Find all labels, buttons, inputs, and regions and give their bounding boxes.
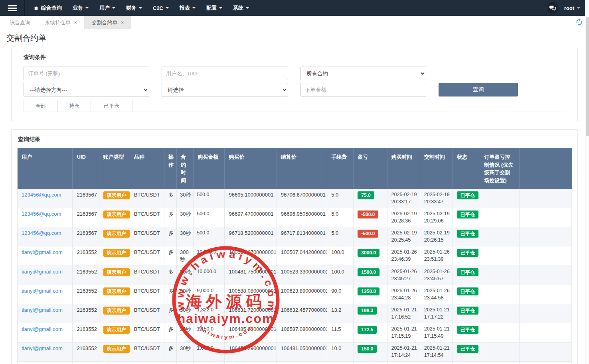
cell-buy-time: 2025-01-2117:15:19 [387, 323, 420, 342]
cell-fee: 13,000.0 [327, 362, 354, 364]
table-row: 123456@qq.com2163567演示用户BTC/USDT多30秒500.… [18, 208, 572, 227]
tab-label: 交割合约单 [91, 19, 117, 26]
cell-control [480, 342, 519, 362]
order-number-input[interactable] [24, 67, 149, 80]
tab-delivery-contracts[interactable]: 交割合约单✕ [84, 16, 131, 29]
nav-item-label: 报表 [180, 4, 190, 12]
col-header-direction: 操作 [164, 148, 177, 189]
cell-uid: 2163552 [73, 304, 99, 323]
nav-item-config[interactable]: 配置 [206, 4, 222, 12]
cell-period: 30秒 [177, 323, 194, 342]
col-header-amount: 购买金额 [194, 148, 225, 189]
user-link[interactable]: tianyi@gmail.com [22, 326, 63, 332]
contract-select[interactable]: 所有合约 [300, 67, 426, 80]
cell-status: 已平仓 [453, 189, 480, 208]
page-scrollbar[interactable] [585, 0, 589, 364]
col-header-status: 状态 [453, 148, 480, 189]
cell-buy-time: 2025-02-1920:28:36 [387, 208, 420, 227]
col-header-uid: UID [73, 148, 99, 189]
user-uid-input[interactable] [162, 67, 288, 80]
status-select[interactable]: 请选择 [162, 83, 288, 96]
cell-extra [519, 323, 571, 342]
messages-button[interactable] [547, 2, 559, 14]
nav-item-users[interactable]: 用户 [99, 4, 115, 12]
user-link[interactable]: tianyi@gmail.com [22, 249, 63, 255]
user-menu[interactable]: root [564, 5, 580, 11]
cell-buy-time: 2025-01-1015:10:49 [387, 362, 420, 364]
status-badge: 已平仓 [457, 326, 478, 334]
cell-extra [519, 227, 571, 246]
user-link[interactable]: 123456@qq.com [22, 211, 61, 217]
cell-uid: 2163552 [73, 246, 99, 266]
table-row: tianyi@gmail.com2163552演示用户BTC/USDT多300秒… [18, 246, 572, 266]
cell-control [480, 304, 519, 323]
status-badge: 已平仓 [457, 249, 478, 257]
user-link[interactable]: tianyi@gmail.com [22, 288, 63, 294]
user-link[interactable]: tianyi@gmail.com [22, 269, 63, 275]
profit-badge: -500.0 [358, 211, 378, 218]
cell-direction: 多 [164, 208, 177, 227]
account-type-badge: 演示用户 [103, 230, 130, 238]
user-link[interactable]: tianyi@gmail.com [22, 307, 63, 313]
tab-overview[interactable]: 综合查询 [2, 16, 38, 29]
cell-period: 30秒 [177, 304, 194, 323]
cell-period: 30秒 [177, 342, 194, 362]
cell-amount: 1,322.0 [194, 304, 225, 323]
account-type-badge: 演示用户 [103, 345, 130, 353]
direction-select[interactable]: ---请选择方向--- [24, 83, 149, 96]
col-header-settle-price: 结算价 [277, 148, 327, 189]
query-panel-title: 查询条件 [24, 54, 565, 61]
cell-account-type: 演示用户 [99, 323, 130, 342]
sidebar-toggle[interactable] [0, 0, 25, 16]
close-icon[interactable]: ✕ [74, 21, 77, 25]
nav-item-system[interactable]: 系统 [233, 4, 249, 12]
cell-fee: 13.2 [327, 304, 354, 323]
cell-user: tianyi@gmail.com [18, 323, 73, 342]
col-header-period: 合约时间 [177, 148, 194, 189]
filter-tab-closed[interactable]: 已平仓 [91, 100, 132, 112]
cell-symbol: BTC/USDT [130, 266, 164, 285]
cell-user: tianyi@gmail.com [18, 342, 73, 362]
nav-item-business[interactable]: 业务 [73, 4, 89, 12]
user-link[interactable]: tianyi@gmail.com [22, 345, 63, 351]
nav-item-label: C2C [153, 5, 163, 11]
cell-control [480, 362, 519, 364]
nav-item-c2c[interactable]: C2C [153, 5, 169, 11]
cell-buy-time: 2025-02-1920:25:45 [387, 227, 420, 246]
cell-fee: 100.0 [327, 246, 354, 266]
nav-item-reports[interactable]: 报表 [180, 4, 196, 12]
filter-tab-all[interactable]: 全部 [24, 100, 58, 112]
account-type-badge: 演示用户 [103, 268, 130, 276]
close-icon[interactable]: ✕ [121, 21, 124, 25]
scrollbar-thumb[interactable] [586, 17, 589, 136]
cell-period: 30秒 [177, 208, 194, 227]
cell-settle-time: 2025-01-2623:45:57 [420, 266, 453, 285]
home-icon [34, 6, 39, 11]
filter-tab-holding[interactable]: 持仓 [58, 100, 91, 112]
table-row: tianyi@gmail.com2163552演示用户BTC/USDT多30秒1… [18, 342, 572, 362]
table-header-row: 用户UID账户类型品种操作合约时间购买金额购买价结算价手续费盈亏购买时间交割时间… [18, 148, 572, 189]
refresh-button[interactable] [575, 18, 583, 27]
user-link[interactable]: 123456@qq.com [22, 192, 61, 198]
cell-control [480, 323, 519, 342]
cell-control [480, 189, 519, 208]
chat-icon [549, 5, 556, 11]
cell-fee: 5.0 [327, 227, 354, 246]
cell-symbol: BTC/USDT [130, 362, 164, 364]
table-row: tianyi@gmail.com2163552演示用户BTC/USDT多30秒1… [18, 266, 572, 285]
nav-item-overview[interactable]: 综合查询 [34, 4, 62, 12]
cell-fee: 11.5 [327, 323, 354, 342]
search-button[interactable]: 查询 [439, 83, 518, 96]
account-type-badge: 演示用户 [103, 249, 130, 257]
cell-profit: -500.0 [354, 208, 387, 227]
nav-item-finance[interactable]: 财务 [126, 4, 142, 12]
user-link[interactable]: 123456@qq.com [22, 230, 61, 236]
nav-item-label: 财务 [126, 4, 136, 12]
tab-label: 综合查询 [10, 19, 30, 26]
cell-extra [519, 208, 571, 227]
tab-perpetual-positions[interactable]: 永续持仓单✕ [38, 16, 84, 29]
amount-input[interactable] [300, 83, 426, 96]
chevron-down-icon [112, 7, 115, 9]
cell-status: 已平仓 [453, 208, 480, 227]
cell-symbol: BTC/USDT [130, 323, 164, 342]
